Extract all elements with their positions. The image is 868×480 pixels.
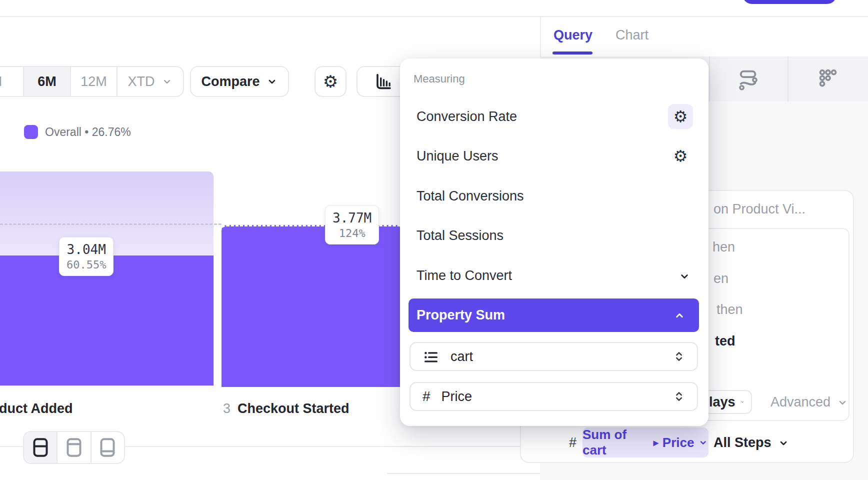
advanced-button[interactable]: Advanced — [770, 394, 848, 410]
dot-grid-icon — [816, 68, 840, 90]
dropdown-title: Measuring — [414, 72, 465, 86]
chip-event-label: Sum of cart — [582, 427, 650, 458]
step-number: 3 — [223, 401, 230, 416]
chevron-down-icon[interactable] — [678, 270, 691, 283]
range-option-6m[interactable]: 6M — [24, 67, 70, 96]
gear-icon: ⚙ — [323, 73, 338, 90]
chevron-up-icon — [673, 309, 686, 322]
breakdown-grid-button[interactable] — [788, 56, 868, 102]
badge-count: 3.77M — [332, 210, 372, 226]
layout-split-top-icon — [64, 436, 84, 458]
gear-icon: ⚙ — [674, 148, 688, 164]
step-row-fragment: hen — [712, 240, 735, 255]
tab-chart[interactable]: Chart — [616, 28, 648, 43]
menu-item-unique-users[interactable]: Unique Users — [416, 148, 498, 164]
steps-card-header: on Product Vi... — [714, 202, 806, 217]
date-range-segmented-control: M 6M 12M XTD — [0, 66, 184, 97]
chevron-down-icon — [161, 76, 173, 88]
chart-settings-button[interactable]: ⚙ — [314, 66, 346, 97]
menu-item-total-conversions[interactable]: Total Conversions — [416, 188, 524, 204]
advanced-label: Advanced — [770, 394, 830, 410]
flow-view-button[interactable] — [709, 56, 788, 102]
menu-item-time-to-convert[interactable]: Time to Convert — [416, 268, 512, 284]
x-axis-label-step3: 3Checkout Started — [223, 401, 350, 416]
chevron-down-icon — [266, 76, 278, 88]
caret-right-icon: ▸ — [654, 436, 658, 448]
menu-item-conversion-rate[interactable]: Conversion Rate — [416, 109, 517, 124]
bar-chart-icon — [372, 72, 392, 92]
property-event-select[interactable]: cart — [410, 342, 698, 371]
range-option-m[interactable]: M — [0, 67, 23, 96]
funnel-analysis-app: M 6M 12M XTD Compare ⚙ Overa — [0, 0, 868, 480]
bottom-panel-divider — [388, 473, 541, 474]
step-label: Checkout Started — [238, 401, 350, 416]
property-name-select[interactable]: # Price — [410, 382, 698, 411]
layout-bottom-panel-button[interactable] — [92, 432, 124, 463]
numeric-measure-icon: # — [569, 435, 576, 450]
layout-split-middle-icon — [30, 436, 50, 458]
unique-users-settings-button[interactable]: ⚙ — [668, 144, 693, 168]
chevron-down-icon — [836, 396, 848, 408]
x-axis-label-step2: duct Added — [0, 401, 73, 416]
event-select-value: cart — [450, 349, 661, 364]
badge-count: 3.04M — [66, 242, 106, 258]
step-row-fragment: ted — [715, 334, 736, 349]
value-badge-step3: 3.77M 124% — [325, 206, 379, 244]
list-icon — [422, 348, 440, 365]
value-badge-step2: 3.04M 60.55% — [59, 237, 114, 276]
badge-percent: 124% — [332, 226, 372, 240]
number-icon: # — [422, 388, 430, 404]
primary-action-button[interactable] — [742, 0, 836, 4]
chip-property-label: Price — [662, 435, 694, 450]
legend-label: Overall • 26.76% — [45, 126, 131, 139]
select-updown-icon — [672, 390, 686, 404]
menu-item-property-sum-selected[interactable]: Property Sum — [408, 298, 699, 332]
step-row-fragment: en — [714, 271, 728, 286]
funnel-bar-converted-step3[interactable] — [222, 225, 415, 387]
step-row-fragment: then — [716, 302, 743, 318]
legend: Overall • 26.76% — [24, 125, 131, 139]
window-label: lays — [709, 394, 736, 410]
active-tab-underline — [552, 52, 592, 54]
compare-label: Compare — [201, 74, 260, 90]
conversion-rate-settings-button[interactable]: ⚙ — [668, 104, 693, 129]
badge-percent: 60.55% — [66, 258, 106, 272]
conversion-window-button[interactable]: lays — [704, 390, 752, 414]
range-option-12m[interactable]: 12M — [71, 67, 116, 96]
chevron-down-icon — [740, 396, 744, 408]
range-option-xtd[interactable]: XTD — [118, 67, 183, 96]
all-steps-selector[interactable]: All Steps — [714, 435, 790, 450]
chevron-down-icon — [698, 437, 708, 448]
select-updown-icon — [672, 350, 686, 364]
tab-query[interactable]: Query — [554, 28, 592, 43]
property-select-value: Price — [442, 389, 661, 404]
legend-swatch — [24, 125, 38, 139]
layout-split-bottom-icon — [98, 436, 118, 458]
all-steps-label: All Steps — [714, 435, 772, 450]
chevron-down-icon — [778, 437, 790, 449]
gear-icon: ⚙ — [674, 108, 688, 124]
compare-button[interactable]: Compare — [190, 66, 289, 97]
measuring-dropdown: Measuring Conversion Rate ⚙ Unique Users… — [400, 58, 708, 426]
comparison-dashed-line — [0, 224, 222, 225]
query-panel-tab-strip: Query Chart — [540, 17, 868, 56]
layout-toggle-group — [23, 431, 125, 464]
menu-item-total-sessions[interactable]: Total Sessions — [416, 228, 504, 244]
property-sum-label: Property Sum — [416, 308, 673, 323]
layout-split-horizontal-button[interactable] — [24, 432, 56, 463]
measured-property-chip[interactable]: Sum of cart ▸ Price — [582, 428, 708, 458]
layout-top-panel-button[interactable] — [58, 432, 90, 463]
range-option-xtd-label: XTD — [128, 74, 155, 90]
flow-squiggle-icon — [737, 68, 760, 90]
step-label: duct Added — [0, 401, 73, 416]
